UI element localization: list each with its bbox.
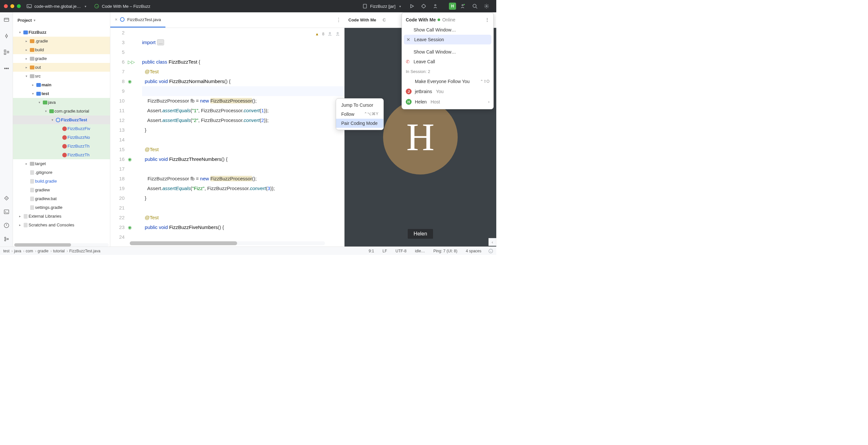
code-line[interactable] [142,86,344,96]
code-line[interactable] [142,47,344,57]
tree-row[interactable]: FizzBuzzTh [13,151,110,159]
dropdown-item[interactable]: ✕Leave Session [404,35,491,44]
coverage-gutter-icon[interactable]: ◉ [128,79,132,84]
tree-row[interactable]: settings.gradle [13,203,110,212]
dropdown-more-icon[interactable]: ⋮ [485,17,490,22]
line-number[interactable]: 23 [110,222,125,232]
code-line[interactable]: Assert.assertEquals("2", FizzBuzzProcess… [142,116,344,125]
tree-row[interactable]: FizzBuzzNo [13,133,110,142]
cwm-tab-other[interactable]: C [383,12,386,28]
editor-tab[interactable]: × FizzBuzzTest.java [110,12,165,28]
code-line[interactable]: Assert.assertEquals("1", FizzBuzzProcess… [142,106,344,116]
tree-row[interactable]: ▾com.gradle.tutorial [13,107,110,116]
chevron-icon[interactable]: ▸ [23,65,29,69]
code-line[interactable]: public void FizzBuzzThreeNumbers() { [142,154,344,164]
breadcrumb-item[interactable]: test [3,249,13,253]
project-switcher[interactable]: code-with-me.global.je… [27,4,86,9]
gutter-icon-slot[interactable] [128,86,141,96]
breadcrumbs[interactable]: testjavacomgradletutorialFizzBuzzTest.ja… [3,249,102,253]
gutter-icon-slot[interactable] [128,184,141,193]
close-tab-icon[interactable]: × [115,17,117,22]
coverage-icon[interactable] [433,4,438,9]
code-line[interactable]: @Test [142,145,344,154]
line-sep[interactable]: LF [379,249,390,253]
tree-row[interactable]: gradlew.bat [13,194,110,203]
inspect-person-icon[interactable] [328,32,332,36]
code-line[interactable]: import ... [142,38,344,47]
cwm-status-icon[interactable] [460,4,465,9]
tree-row[interactable]: ▾test [13,89,110,98]
line-number[interactable]: 8 [110,76,125,86]
close-window-button[interactable] [4,4,8,8]
tree-row[interactable]: ▾FizzBuzzTest [13,116,110,124]
indent-status[interactable]: 4 spaces [463,249,485,253]
dropdown-item[interactable]: Show Call Window… [402,25,493,35]
line-number[interactable]: 20 [110,193,125,203]
gutter-icon-slot[interactable] [128,116,141,125]
editor-inspections[interactable]: ▲ 8 [315,29,340,39]
gutter-icon-slot[interactable] [128,67,141,76]
line-number[interactable]: 3 [110,38,125,47]
chevron-icon[interactable]: ▸ [17,223,23,227]
tree-row[interactable]: ▾java [13,98,110,107]
code-line[interactable]: } [142,125,344,135]
line-number[interactable]: 22 [110,213,125,222]
tree-row[interactable]: ▸gradle [13,54,110,63]
run-icon[interactable] [409,4,414,9]
line-number[interactable]: 6 [110,57,125,67]
line-number[interactable]: 11 [110,106,125,116]
project-tree[interactable]: ▾FizzBuzz▸.gradle▸build▸gradle▸out▾src▸m… [13,28,110,241]
sidebar-hscroll[interactable] [14,243,108,247]
tree-row[interactable]: ▸.gradle [13,37,110,45]
code-line[interactable]: public class FizzBuzzTest { [142,57,344,67]
chevron-icon[interactable]: ▾ [30,92,36,95]
context-menu-item[interactable]: Jump To Cursor [336,100,383,109]
dropdown-item[interactable]: Show Call Window… [402,47,493,57]
chevron-icon[interactable]: ▾ [49,118,55,122]
coverage-gutter-icon[interactable]: ◉ [128,225,132,230]
code-line[interactable]: public void FizzBuzzNormalNumbers() { [142,76,344,86]
code-line[interactable] [142,164,344,174]
code-line[interactable]: FizzBuzzProcessor fb = new FizzBuzzProce… [142,174,344,184]
code-line[interactable]: public void FizzBuzzFiveNumbers() { [142,222,344,232]
gutter-icon-slot[interactable] [128,213,141,222]
settings-icon[interactable] [484,4,489,9]
gutter-icon-slot[interactable]: ▷▷ [128,57,141,67]
gutter-icon-slot[interactable] [128,106,141,116]
run-gutter-icon[interactable]: ▷▷ [128,59,135,65]
user-avatar[interactable]: H [449,3,456,10]
line-number[interactable]: 10 [110,96,125,106]
more-tool-icon[interactable] [4,65,9,71]
line-number[interactable]: 12 [110,116,125,125]
tree-row[interactable]: FizzBuzzFiv [13,124,110,133]
code-line[interactable]: Assert.assertEquals("Fizz", FizzBuzzProc… [142,184,344,193]
encoding[interactable]: UTF-8 [392,249,410,253]
line-number[interactable]: 7 [110,67,125,76]
tree-row[interactable]: ▸main [13,81,110,89]
tree-row[interactable]: ▾FizzBuzz [13,28,110,37]
editor-body[interactable]: 2356789101112131415161718192021222324 ▷▷… [110,28,344,241]
gutter-icon-slot[interactable]: ◉ [128,222,141,232]
code-line[interactable]: @Test [142,67,344,76]
line-number[interactable]: 15 [110,145,125,154]
gutter-icon-slot[interactable] [128,203,141,213]
participant-row[interactable]: HHelenHost› [402,97,493,107]
line-number[interactable]: 13 [110,125,125,135]
code-line[interactable] [142,28,344,38]
tree-row[interactable]: .gitignore [13,168,110,177]
chevron-icon[interactable]: ▸ [23,57,29,60]
line-number[interactable]: 14 [110,135,125,145]
chevron-icon[interactable]: ▾ [36,100,42,104]
breadcrumb-item[interactable]: gradle [38,249,52,253]
cwm-tab[interactable]: Code With Me [348,12,376,28]
gutter-icon-slot[interactable] [128,38,141,47]
line-number[interactable]: 21 [110,203,125,213]
status-info-icon[interactable] [489,249,493,253]
line-number[interactable]: 9 [110,86,125,96]
breadcrumb-item[interactable]: FizzBuzzTest.java [69,249,102,253]
gutter-icon-slot[interactable] [128,135,141,145]
code-line[interactable] [142,203,344,213]
gutter-icon-slot[interactable] [128,125,141,135]
collapse-right-icon[interactable]: ‹ [489,238,496,246]
chevron-icon[interactable]: ▸ [17,214,23,218]
